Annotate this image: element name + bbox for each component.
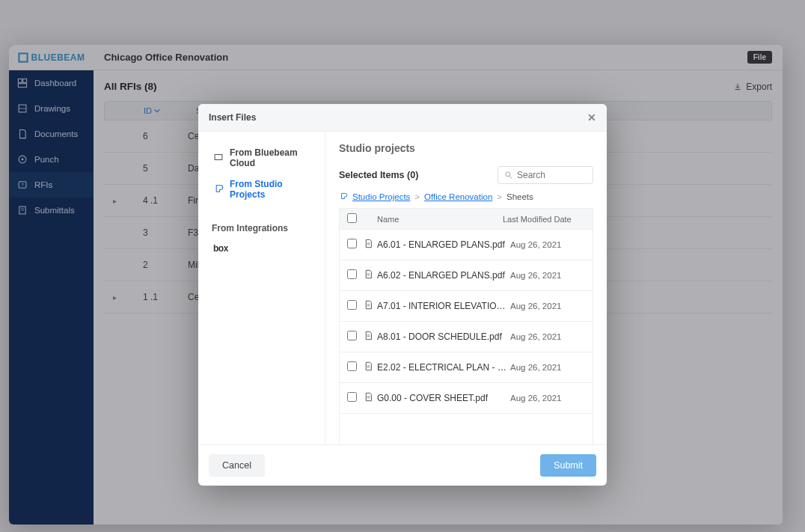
insert-files-modal: Insert Files ✕ From Bluebeam Cloud From … [198, 104, 607, 486]
file-row[interactable]: A6.02 - ENLARGED PLANS.pdf Aug 26, 2021 [340, 260, 593, 291]
right-title: Studio projects [339, 142, 593, 154]
source-box[interactable]: box [212, 238, 317, 259]
file-icon [364, 392, 377, 404]
file-date: Aug 26, 2021 [510, 363, 585, 372]
file-date: Aug 26, 2021 [510, 271, 585, 280]
chevron-right-icon: > [497, 192, 502, 201]
selected-row: Selected Items (0) [339, 166, 593, 184]
file-row[interactable]: E2.02 - ELECTRICAL PLAN - LEVEL Aug 26, … [340, 352, 593, 383]
cloud-icon [213, 152, 224, 165]
col-date: Last Modified Date [503, 215, 585, 224]
file-icon [364, 361, 377, 373]
select-all-checkbox[interactable] [347, 213, 357, 223]
file-row[interactable]: G0.00 - COVER SHEET.pdf Aug 26, 2021 [340, 383, 593, 414]
box-icon: box [213, 243, 228, 254]
svg-rect-13 [215, 154, 222, 159]
studio-icon [339, 192, 348, 202]
file-row[interactable]: A8.01 - DOOR SCHEDULE.pdf Aug 26, 2021 [340, 322, 593, 352]
breadcrumb: Studio Projects > Office Renovation > Sh… [339, 192, 593, 202]
source-label: From Studio Projects [230, 179, 316, 200]
crumb-root[interactable]: Studio Projects [352, 192, 410, 201]
file-date: Aug 26, 2021 [510, 332, 585, 341]
modal-footer: Cancel Submit [198, 444, 607, 486]
search-input-wrapper[interactable] [498, 166, 593, 184]
file-checkbox[interactable] [347, 239, 357, 248]
source-studio-projects[interactable]: From Studio Projects [212, 174, 317, 205]
cancel-button[interactable]: Cancel [209, 454, 265, 477]
svg-line-15 [509, 176, 512, 178]
modal-header: Insert Files ✕ [198, 104, 607, 132]
file-icon [364, 239, 377, 251]
file-name: A6.02 - ENLARGED PLANS.pdf [377, 270, 510, 281]
close-icon[interactable]: ✕ [587, 111, 596, 123]
file-icon [364, 300, 377, 312]
search-input[interactable] [517, 170, 584, 180]
svg-point-14 [506, 172, 510, 177]
file-date: Aug 26, 2021 [510, 302, 585, 311]
modal-overlay: Insert Files ✕ From Bluebeam Cloud From … [0, 0, 805, 532]
file-table-header: Name Last Modified Date [339, 208, 593, 230]
col-name: Name [364, 215, 503, 224]
crumb-leaf: Sheets [506, 192, 533, 201]
file-checkbox[interactable] [347, 269, 357, 279]
file-row[interactable]: A7.01 - INTERIOR ELEVATIONS.pdf Aug 26, … [340, 291, 593, 322]
modal-right: Studio projects Selected Items (0) Studi… [325, 132, 607, 444]
file-row[interactable]: A6.01 - ENLARGED PLANS.pdf Aug 26, 2021 [340, 230, 593, 260]
selected-count: Selected Items (0) [339, 170, 418, 180]
file-checkbox[interactable] [347, 392, 357, 402]
file-name: A7.01 - INTERIOR ELEVATIONS.pdf [377, 301, 510, 311]
file-name: A8.01 - DOOR SCHEDULE.pdf [377, 331, 510, 342]
file-checkbox[interactable] [347, 361, 357, 371]
file-checkbox[interactable] [347, 300, 357, 310]
modal-title: Insert Files [209, 112, 256, 123]
source-label: From Bluebeam Cloud [230, 147, 316, 168]
source-bluebeam-cloud[interactable]: From Bluebeam Cloud [212, 142, 317, 174]
modal-sources: From Bluebeam Cloud From Studio Projects… [198, 132, 325, 444]
file-checkbox[interactable] [347, 331, 357, 340]
file-date: Aug 26, 2021 [510, 394, 585, 403]
modal-body: From Bluebeam Cloud From Studio Projects… [198, 132, 607, 444]
search-icon [504, 171, 513, 180]
integrations-heading: From Integrations [212, 223, 317, 233]
file-date: Aug 26, 2021 [510, 240, 585, 249]
file-name: A6.01 - ENLARGED PLANS.pdf [377, 239, 510, 250]
file-name: G0.00 - COVER SHEET.pdf [377, 393, 510, 403]
submit-button[interactable]: Submit [540, 454, 596, 477]
studio-icon [213, 183, 224, 196]
chevron-right-icon: > [414, 192, 420, 201]
file-list[interactable]: A6.01 - ENLARGED PLANS.pdf Aug 26, 2021 … [339, 230, 593, 444]
file-icon [364, 269, 377, 281]
file-name: E2.02 - ELECTRICAL PLAN - LEVEL [377, 362, 510, 373]
file-icon [364, 331, 377, 343]
crumb-mid[interactable]: Office Renovation [424, 192, 492, 201]
